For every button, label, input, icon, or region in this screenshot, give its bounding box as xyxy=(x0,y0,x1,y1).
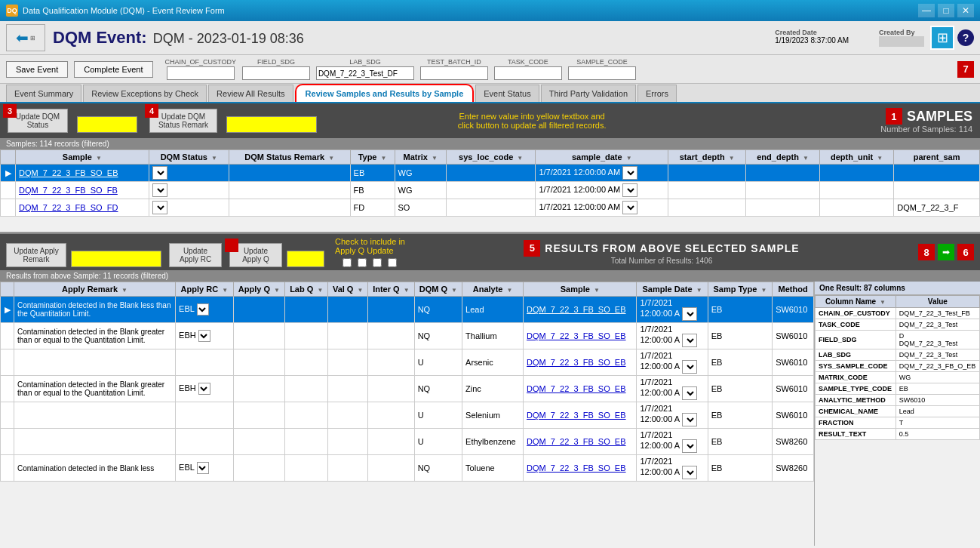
col-dqm-q[interactable]: DQM Q ▼ xyxy=(414,282,462,297)
test-batch-id-input[interactable] xyxy=(420,66,488,80)
results-table-row[interactable]: U Arsenic DQM_7_22_3_FB_SO_EB 1/7/2021 1… xyxy=(1,349,814,376)
checkbox-2[interactable] xyxy=(358,258,367,267)
created-by-label: Created By xyxy=(879,29,924,36)
right-panel-row: CHAIN_OF_CUSTODY DQM_7_22_3_Test_FB xyxy=(816,308,980,319)
tab-event-status[interactable]: Event Status xyxy=(475,85,539,102)
badge-5: 5 xyxy=(524,240,540,257)
results-table-row[interactable]: U Ethylbenzene DQM_7_22_3_FB_SO_EB 1/7/2… xyxy=(1,429,814,455)
col-lab-q[interactable]: Lab Q ▼ xyxy=(285,282,328,297)
tab-review-all-results[interactable]: Review All Results xyxy=(208,85,293,102)
samples-table-row[interactable]: DQM_7_22_3_FB_SO_FD FD SO 1/7/2021 12:00… xyxy=(1,199,980,217)
chain-of-custody-input[interactable] xyxy=(167,66,235,80)
col-sysloc[interactable]: sys_loc_code ▼ xyxy=(446,150,535,165)
tab-review-exceptions[interactable]: Review Exceptions by Check xyxy=(83,85,207,102)
samples-table-row[interactable]: DQM_7_22_3_FB_SO_FB FB WG 1/7/2021 12:00… xyxy=(1,182,980,199)
help-icon[interactable]: ? xyxy=(957,29,974,46)
dqm-status-remark-input[interactable] xyxy=(226,116,317,133)
col-matrix[interactable]: Matrix ▼ xyxy=(395,150,446,165)
col-parentsam[interactable]: parent_sam xyxy=(894,150,980,165)
badge-6: 6 xyxy=(957,244,974,260)
results-section-header: Update Apply Remark Update Apply RC Upda… xyxy=(0,234,980,270)
col-method[interactable]: Method xyxy=(773,282,814,297)
dqm-status-input[interactable] xyxy=(77,116,137,133)
col-column-name[interactable]: Column Name ▼ xyxy=(816,296,896,308)
tab-errors[interactable]: Errors xyxy=(637,85,677,102)
col-value[interactable]: Value xyxy=(896,296,979,308)
update-apply-rc-button[interactable]: Update Apply RC xyxy=(169,243,222,267)
results-table-row[interactable]: ▶ Contamination detected in the Blank le… xyxy=(1,297,814,323)
samples-subtitle: Number of Samples: 114 xyxy=(880,125,972,134)
samples-records-bar: Samples: 114 records (filtered) xyxy=(0,138,980,149)
sample-code-input[interactable] xyxy=(568,66,636,80)
col-dqm-remark[interactable]: DQM Status Remark ▼ xyxy=(229,150,350,165)
col-analyte[interactable]: Analyte ▼ xyxy=(462,282,524,297)
save-event-button[interactable]: Save Event xyxy=(6,61,68,78)
badge-1: 1 xyxy=(886,108,902,125)
minimize-button[interactable]: — xyxy=(918,4,935,17)
col-samp-type[interactable]: Samp Type ▼ xyxy=(708,282,772,297)
check-include-label: Check to include inApply Q Update xyxy=(335,237,405,255)
maximize-button[interactable]: □ xyxy=(938,4,954,17)
samples-table-row[interactable]: ▶ DQM_7_22_3_FB_SO_EB EB WG 1/7/2021 12:… xyxy=(1,165,980,182)
badge-4: 4 xyxy=(145,104,158,118)
col-apply-q[interactable]: Apply Q ▼ xyxy=(233,282,285,297)
results-table-row[interactable]: Contamination detected in the Blank less… xyxy=(1,455,814,482)
toolbar: Save Event Complete Event CHAIN_OF_CUSTO… xyxy=(0,55,980,84)
lab-sdg-input[interactable] xyxy=(316,66,414,80)
right-panel-row: FIELD_SDG D DQM_7_22_3_Test xyxy=(816,331,980,349)
results-title: Results from Above Selected Sample xyxy=(545,242,799,254)
back-button[interactable]: ⬅ ⊞ xyxy=(6,24,45,51)
update-dqm-status-remark-button[interactable]: Update DQM Status Remark xyxy=(149,109,217,133)
col-depthunit[interactable]: depth_unit ▼ xyxy=(819,150,893,165)
task-code-field: TASK_CODE xyxy=(494,58,562,80)
tab-third-party[interactable]: Third Party Validation xyxy=(541,85,636,102)
right-panel-table-container[interactable]: Column Name ▼ Value CHAIN_OF_CUSTODY DQM… xyxy=(815,295,980,546)
col-type[interactable]: Type ▼ xyxy=(350,150,395,165)
results-section: Update Apply Remark Update Apply RC Upda… xyxy=(0,232,980,546)
task-code-input[interactable] xyxy=(494,66,562,80)
right-panel-row: RESULT_TEXT 0.5 xyxy=(816,429,980,440)
tab-bar: Event Summary Review Exceptions by Check… xyxy=(0,84,980,103)
col-sample-date-res[interactable]: Sample Date ▼ xyxy=(637,282,708,297)
col-enddepth[interactable]: end_depth ▼ xyxy=(746,150,820,165)
right-panel-row: CHEMICAL_NAME Lead xyxy=(816,406,980,417)
col-apply-remark[interactable]: Apply Remark ▼ xyxy=(14,282,176,297)
update-dqm-status-button[interactable]: Update DQM Status xyxy=(8,109,68,133)
checkbox-3[interactable] xyxy=(373,258,382,267)
results-table: Apply Remark ▼ Apply RC ▼ Apply Q ▼ Lab … xyxy=(0,282,814,482)
col-sample-res[interactable]: Sample ▼ xyxy=(524,282,637,297)
complete-event-button[interactable]: Complete Event xyxy=(74,61,152,78)
samples-section-header: 3 Update DQM Status 4 Update DQM Status … xyxy=(0,103,980,138)
col-sampledate[interactable]: sample_date ▼ xyxy=(536,150,668,165)
right-panel-row: MATRIX_CODE WG xyxy=(816,372,980,383)
tab-review-samples[interactable]: Review Samples and Results by Sample xyxy=(295,84,475,102)
apply-q-input[interactable] xyxy=(287,251,324,267)
checkbox-1[interactable] xyxy=(343,258,352,267)
close-button[interactable]: ✕ xyxy=(957,4,974,17)
field-sdg-field: FIELD_SDG xyxy=(242,58,310,80)
apply-remark-input[interactable] xyxy=(71,251,161,267)
col-apply-rc[interactable]: Apply RC ▼ xyxy=(176,282,234,297)
results-table-row[interactable]: Contamination detected in the Blank grea… xyxy=(1,376,814,402)
tab-event-summary[interactable]: Event Summary xyxy=(6,85,81,102)
badge-3: 3 xyxy=(3,104,17,118)
right-panel-header: One Result: 87 columns xyxy=(815,282,980,295)
col-dqm-status[interactable]: DQM Status ▼ xyxy=(149,150,229,165)
samples-table-container[interactable]: Sample ▼ DQM Status ▼ DQM Status Remark … xyxy=(0,149,980,232)
update-apply-remark-button[interactable]: Update Apply Remark xyxy=(6,243,66,267)
field-sdg-input[interactable] xyxy=(242,66,310,80)
results-table-row[interactable]: Contamination detected in the Blank grea… xyxy=(1,323,814,349)
samples-table: Sample ▼ DQM Status ▼ DQM Status Remark … xyxy=(0,149,980,217)
event-id: DQM - 2023-01-19 08:36 xyxy=(153,31,304,47)
results-records-bar: Results from above Sample: 11 records (f… xyxy=(0,270,980,282)
col-val-q[interactable]: Val Q ▼ xyxy=(328,282,368,297)
window-title: Data Qualification Module (DQM) - Event … xyxy=(23,6,225,15)
col-inter-q[interactable]: Inter Q ▼ xyxy=(368,282,414,297)
results-nav-button[interactable]: ➡ xyxy=(938,244,954,260)
checkbox-4[interactable] xyxy=(388,258,397,267)
samples-title: SAMPLES xyxy=(907,109,972,125)
col-sample[interactable]: Sample ▼ xyxy=(16,150,149,165)
results-main-table-container[interactable]: Apply Remark ▼ Apply RC ▼ Apply Q ▼ Lab … xyxy=(0,282,814,546)
results-table-row[interactable]: U Selenium DQM_7_22_3_FB_SO_EB 1/7/2021 … xyxy=(1,402,814,429)
col-startdepth[interactable]: start_depth ▼ xyxy=(668,150,746,165)
